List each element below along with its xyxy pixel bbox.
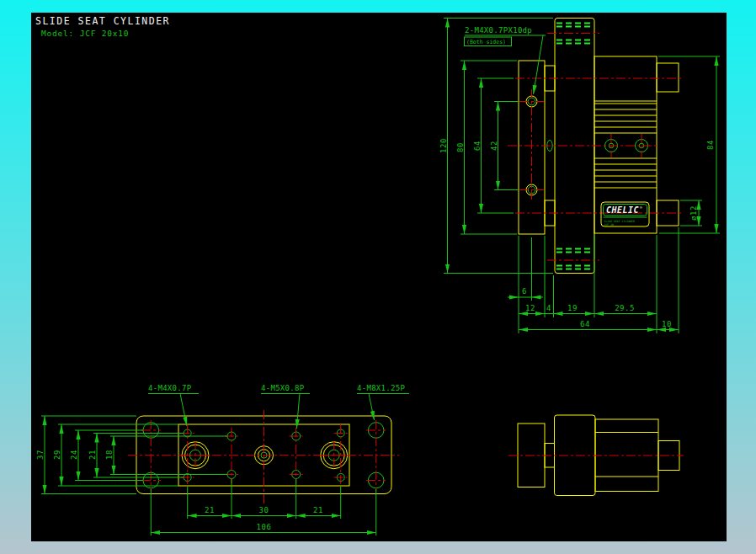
dim-120: 120 xyxy=(439,138,448,153)
thread-note-text: 2-M4X0.7PX10dp xyxy=(465,26,532,35)
dim-64: 64 xyxy=(473,141,482,151)
dim-21a: 21 xyxy=(205,506,215,514)
drawing-canvas xyxy=(31,13,727,541)
model-label: Model: JCF 20x10 xyxy=(41,29,129,38)
dim-80: 80 xyxy=(456,142,465,152)
dim-30: 30 xyxy=(259,506,269,514)
cad-viewport: SLIDE SEAT CYLINDER Model: JCF 20x10 xyxy=(0,0,756,554)
dim-4: 4 xyxy=(546,304,551,312)
dim-106: 106 xyxy=(257,523,272,531)
dim-rod-dia: ø12 xyxy=(689,205,698,221)
brand-line2: JCF 20 xyxy=(604,223,615,226)
callout-m8: 4-M8X1.25P xyxy=(357,384,405,392)
brand-name: CHELIC xyxy=(606,205,639,215)
page-title: SLIDE SEAT CYLINDER xyxy=(35,15,170,27)
dim-42: 42 xyxy=(490,141,498,151)
dim-18: 18 xyxy=(105,450,114,460)
dim-37: 37 xyxy=(36,450,45,460)
dim-21b: 21 xyxy=(313,506,323,514)
dim-64b: 64 xyxy=(580,320,590,328)
dim-29-5: 29.5 xyxy=(615,304,635,312)
callout-m5: 4-M5X0.8P xyxy=(261,384,305,392)
dim-12: 12 xyxy=(525,304,535,312)
dim-19: 19 xyxy=(567,304,578,312)
dim-84: 84 xyxy=(706,140,715,150)
dim-29: 29 xyxy=(53,450,61,460)
brand-mark: ® xyxy=(640,205,642,210)
dim-6: 6 xyxy=(522,287,527,296)
dim-21: 21 xyxy=(88,450,97,460)
thread-note-sub: (Both sides) xyxy=(466,39,506,45)
cad-drawing: SLIDE SEAT CYLINDER Model: JCF 20x10 xyxy=(0,0,756,554)
dim-24: 24 xyxy=(70,450,78,460)
callout-m4: 4-M4X0.7P xyxy=(148,384,192,392)
dim-10: 10 xyxy=(662,320,672,328)
